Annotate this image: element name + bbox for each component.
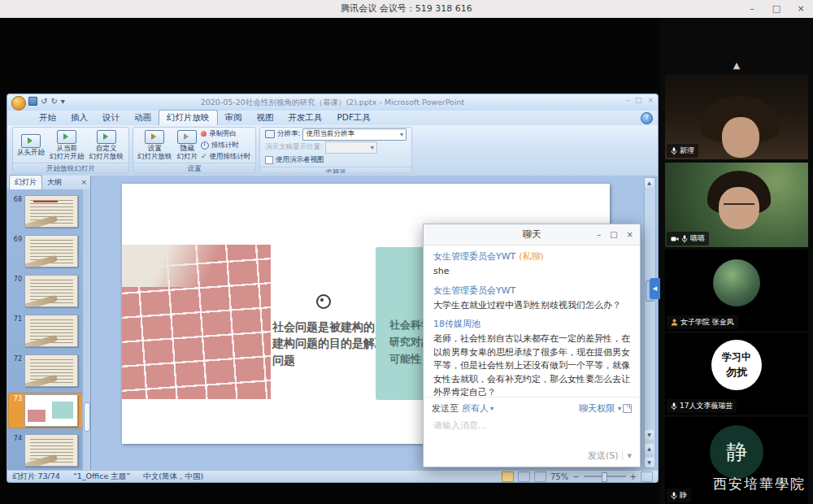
rehearse-timings-button[interactable]: 排练计时 [201, 141, 251, 150]
message-author[interactable]: 18传媒周池 [433, 319, 480, 329]
participant-label: 女子学院 张金凤 [667, 315, 738, 329]
group-label-setup: 设置 [133, 163, 255, 173]
minimize-button[interactable]: – [740, 0, 764, 18]
person-icon [671, 319, 678, 326]
slide-thumbnail-68[interactable]: 68 [9, 194, 82, 228]
presenter-view-checkbox[interactable]: 使用演示者视图 [265, 154, 406, 166]
from-beginning-button[interactable]: 从头开始 [15, 133, 46, 158]
participant-tile-5[interactable]: 静 西安培華學院 静 [665, 417, 808, 504]
ppt-close-button[interactable]: × [647, 96, 654, 104]
hide-slide-button[interactable]: 隐藏 幻灯片 [176, 129, 200, 162]
videos-scroll-up-icon[interactable]: ▲ [660, 60, 813, 71]
ribbon: 从头开始 从当前 幻灯片开始 自定义 幻灯片放映 开始放映幻灯片 [7, 125, 659, 176]
next-slide-button[interactable]: ▼ [645, 458, 654, 467]
thumbnail-scrollbar[interactable] [82, 189, 90, 470]
slide-thumbnail-73-selected[interactable]: 73 [9, 393, 82, 428]
send-button[interactable]: 发送(S) ▾ [588, 450, 632, 462]
tab-slides-thumbnails[interactable]: 幻灯片 [9, 175, 42, 189]
thumbnail-image [24, 275, 78, 307]
chat-window: 聊天 – □ × 女生管理委员会YWT(私聊) she 女生管理委员会YWT 大… [423, 224, 641, 467]
message-author[interactable]: 女生管理委员会YWT [433, 285, 515, 296]
sidebar-collapse-handle[interactable]: ◀ [650, 278, 660, 299]
participant-tile-3[interactable]: 女子学院 张金凤 [665, 250, 808, 331]
zoom-slider-thumb[interactable] [602, 472, 607, 482]
chat-message: 女生管理委员会YWT 大学生在就业过程中遇到性别歧视我们怎么办？ [433, 285, 630, 313]
slide-thumbnail-69[interactable]: 69 [9, 234, 82, 268]
scroll-down-icon[interactable]: ▼ [645, 430, 654, 440]
slide-sorter-view-button[interactable] [518, 471, 530, 482]
tab-animations[interactable]: 动画 [127, 111, 159, 125]
chat-message-list[interactable]: 女生管理委员会YWT(私聊) she 女生管理委员会YWT 大学生在就业过程中遇… [424, 245, 640, 397]
setup-slideshow-button[interactable]: 设置 幻灯片放映 [136, 129, 174, 162]
ppt-maximize-button[interactable]: □ [635, 96, 642, 104]
send-options-caret[interactable]: ▾ [627, 450, 632, 461]
zoom-slider[interactable] [584, 476, 626, 477]
tab-review[interactable]: 审阅 [218, 111, 250, 125]
camera-icon [671, 236, 679, 242]
tab-insert[interactable]: 插入 [63, 111, 95, 125]
popout-icon[interactable] [623, 404, 632, 413]
language-indicator: 中文(简体，中国) [143, 471, 203, 482]
close-button[interactable]: × [789, 0, 813, 18]
tab-developer[interactable]: 开发工具 [281, 111, 330, 125]
tab-home[interactable]: 开始 [32, 111, 63, 125]
ppt-minimize-button[interactable]: – [625, 96, 629, 104]
hide-slide-icon [177, 130, 197, 144]
microphone-icon [671, 147, 677, 155]
participant-tile-1[interactable]: 新理 [665, 75, 808, 159]
tab-pdf-tools[interactable]: PDF工具 [330, 111, 378, 125]
help-button[interactable]: ? [641, 112, 653, 124]
zoom-in-button[interactable]: + [630, 472, 637, 481]
zoom-out-button[interactable]: − [572, 472, 579, 481]
chat-footer: 发送至 所有人 ▾ 聊天权限 ▾ 发送(S) ▾ [424, 397, 640, 468]
slideshow-view-button[interactable] [534, 471, 546, 482]
school-watermark: 西安培華學院 [713, 475, 806, 493]
shutter-icon [316, 294, 331, 309]
private-tag: (私聊) [519, 251, 544, 262]
participant-tile-2[interactable]: 嘻嘻 [665, 163, 808, 247]
tab-outline[interactable]: 大纲 [42, 176, 67, 189]
tab-design[interactable]: 设计 [95, 111, 127, 125]
message-text: 大学生在就业过程中遇到性别歧视我们怎么办？ [433, 299, 630, 313]
tab-view[interactable]: 视图 [250, 111, 281, 125]
scroll-up-icon[interactable]: ▲ [645, 178, 654, 188]
chat-permission-button[interactable]: 聊天权限 [579, 402, 615, 415]
avatar [713, 259, 760, 306]
microphone-icon [671, 492, 677, 500]
pane-close-icon[interactable]: × [80, 178, 87, 186]
chat-maximize-button[interactable]: □ [610, 230, 617, 239]
chevron-down-icon: ▾ [371, 144, 374, 151]
record-narration-button[interactable]: 录制旁白 [201, 129, 251, 139]
chat-minimize-button[interactable]: – [597, 230, 601, 239]
tab-slideshow[interactable]: 幻灯片放映 [159, 110, 218, 125]
fit-to-window-button[interactable] [641, 471, 653, 482]
chat-message: 女生管理委员会YWT(私聊) she [433, 250, 630, 279]
use-rehearsed-timings-checkbox[interactable]: ✓ 使用排练计时 [201, 152, 251, 162]
chat-message: 18传媒周池 老师，社会性别自古以来都存在一定的差异性，在以前男尊女卑的思想承续… [433, 318, 630, 397]
custom-slideshow-button[interactable]: 自定义 幻灯片放映 [88, 129, 126, 162]
participant-label: 嘻嘻 [667, 232, 709, 245]
chevron-down-icon[interactable]: ▾ [490, 405, 493, 412]
group-label-monitors: 监视器 [260, 167, 411, 174]
slide-scrollbar[interactable]: ▲ ▼ ▲ ▼ [644, 177, 656, 468]
send-to-selector[interactable]: 所有人 [462, 402, 489, 415]
participant-tile-4[interactable]: 学习中 勿扰 17人文李薇瑞芸 [665, 333, 808, 415]
normal-view-button[interactable] [502, 471, 514, 482]
slide-thumbnail-74[interactable]: 74 [9, 433, 82, 467]
scrollbar-thumb[interactable] [84, 402, 90, 432]
slide-thumbnail-72[interactable]: 72 [9, 354, 82, 388]
resolution-dropdown[interactable]: 使用当前分辨率 ▾ [302, 128, 406, 141]
previous-slide-button[interactable]: ▲ [645, 444, 654, 454]
clock-icon [201, 141, 209, 150]
chat-message-input[interactable] [432, 419, 635, 432]
chat-close-button[interactable]: × [627, 230, 633, 239]
ppt-titlebar[interactable]: ↺ ↻ ▾ 2020-05-20社会性别视角的研究（慕课）(2).pptx - … [7, 93, 659, 111]
building-photo [122, 245, 271, 399]
chat-header[interactable]: 聊天 – □ × [424, 224, 640, 245]
message-author[interactable]: 女生管理委员会YWT [433, 251, 515, 262]
maximize-button[interactable]: □ [764, 0, 789, 18]
from-current-slide-button[interactable]: 从当前 幻灯片开始 [48, 129, 86, 162]
chevron-down-icon[interactable]: ▾ [618, 405, 621, 412]
slide-thumbnail-70[interactable]: 70 [9, 274, 82, 308]
slide-thumbnail-71[interactable]: 71 [9, 314, 82, 348]
